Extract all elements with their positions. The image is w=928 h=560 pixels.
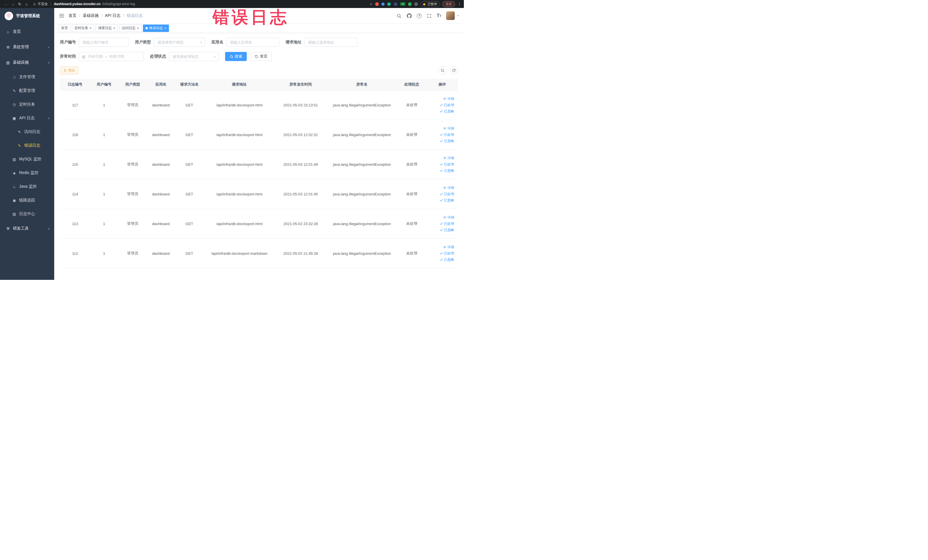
table-row: 112 1 管理员 dashboard GET /api/infra/db-do… [60, 238, 458, 268]
app-name-input[interactable] [226, 38, 279, 47]
paused-badge[interactable]: ☻ 已暂停 [420, 1, 440, 7]
browser-home-icon[interactable]: ⌂ [23, 2, 30, 6]
sidebar-item[interactable]: ✎ 访问日志 [0, 125, 54, 139]
sidebar-item[interactable]: ▣ API 日志 ∧ [0, 111, 54, 125]
bookmark-star-icon[interactable]: ☆ [369, 2, 373, 6]
sidebar-item[interactable]: ⚒ 研发工具 ∨ [0, 221, 54, 236]
extension-icon[interactable] [382, 3, 385, 6]
sidebar-item[interactable]: ✎ 配置管理 [0, 84, 54, 98]
update-button[interactable]: 更新 [443, 1, 455, 7]
mark-processed-link[interactable]: 已处理 [440, 221, 454, 226]
close-icon[interactable]: × [90, 26, 92, 30]
cell-status: 未处理 [397, 209, 426, 238]
sidebar-item[interactable]: □ 文件管理 [0, 70, 54, 84]
cell-log-id: 113 [60, 209, 90, 238]
cell-exception-time: 2021-05-03 12:02:31 [275, 120, 327, 150]
process-status-select[interactable] [169, 52, 219, 61]
question-icon[interactable]: ? [417, 14, 422, 18]
mark-ignored-link[interactable]: 已忽略 [440, 109, 454, 114]
detail-link[interactable]: 详细 [443, 185, 454, 190]
breadcrumb-item[interactable]: 首页 [69, 13, 76, 18]
mark-processed-link[interactable]: 已处理 [440, 251, 454, 256]
mark-ignored-link[interactable]: 已忽略 [440, 139, 454, 143]
mark-processed-link[interactable]: 已处理 [440, 192, 454, 197]
fullscreen-icon[interactable] [426, 13, 432, 18]
detail-link[interactable]: 详细 [443, 96, 454, 101]
font-size-icon[interactable]: TT [437, 13, 441, 18]
detail-link[interactable]: 详细 [443, 245, 454, 250]
url-bar[interactable]: ⚠ 不安全 dashboard.yudao.iocoder.cn/infra/l… [33, 2, 366, 6]
extension-icon[interactable] [414, 2, 418, 6]
mark-ignored-link[interactable]: 已忽略 [440, 257, 454, 262]
extension-icon[interactable]: Y [387, 2, 391, 6]
extension-icon[interactable]: on [400, 2, 405, 6]
caret-down-icon[interactable] [457, 15, 459, 17]
view-tab[interactable]: 首页 [58, 24, 70, 32]
breadcrumb-item[interactable]: 错误日志 [127, 13, 143, 18]
user-type-label: 用户类型 [135, 40, 151, 45]
cell-status: 未处理 [397, 150, 426, 179]
request-url-input[interactable] [304, 38, 357, 47]
sidebar-item[interactable]: ⚙ 系统管理 ∨ [0, 40, 54, 55]
mark-processed-link[interactable]: 已处理 [440, 132, 454, 137]
page-content: 用户编号 用户类型 ∨ 应用名 请求地址 [54, 33, 464, 280]
sidebar-item[interactable]: ▤ 日志中心 [0, 207, 54, 221]
breadcrumb-item[interactable]: API 日志 [105, 13, 121, 18]
reset-button[interactable]: 重置 [250, 52, 272, 61]
view-tab[interactable]: 调度日志 × [96, 24, 118, 32]
search-icon[interactable] [396, 13, 401, 18]
sidebar-toggle-icon[interactable] [59, 13, 64, 18]
search-toggle-button[interactable] [438, 66, 447, 75]
check-icon [440, 133, 443, 136]
github-icon[interactable] [406, 13, 412, 18]
column-header: 日志编号 [60, 79, 90, 90]
user-avatar[interactable] [446, 11, 455, 20]
breadcrumb-item[interactable]: 基础设施 [83, 13, 99, 18]
sidebar-item[interactable]: ⌂ 首页 [0, 24, 54, 40]
forward-icon[interactable]: → [10, 2, 16, 6]
cell-user-id: 1 [90, 90, 118, 120]
browser-menu-icon[interactable]: ⋮ [458, 2, 461, 6]
export-button[interactable]: 导出 [60, 67, 78, 75]
reload-icon[interactable]: ↻ [17, 2, 23, 6]
refresh-button[interactable] [450, 66, 458, 75]
sidebar-item[interactable]: ▥ MySQL 监控 [0, 153, 54, 166]
app-logo[interactable]: 芋道管理系统 [0, 8, 54, 24]
mark-ignored-link[interactable]: 已忽略 [440, 168, 454, 173]
url-path: /infra/log/api-error-log [102, 2, 135, 6]
search-button[interactable]: 搜索 [225, 52, 247, 61]
cell-request-url: /api/infra/db-doc/export-markdown [204, 238, 275, 268]
user-type-select[interactable] [154, 38, 205, 47]
detail-link[interactable]: 详细 [443, 156, 454, 160]
app-title: 芋道管理系统 [16, 14, 40, 18]
sidebar-item[interactable]: ✎ 错误日志 [0, 139, 54, 153]
close-icon[interactable]: × [113, 26, 115, 30]
mark-processed-link[interactable]: 已处理 [440, 162, 454, 167]
sidebar-item[interactable]: ◷ 定时任务 [0, 98, 54, 111]
sidebar-item[interactable]: ▤ 基础设施 ∧ [0, 55, 54, 70]
sidebar-item[interactable]: ◉ 链路追踪 [0, 194, 54, 207]
mark-ignored-link[interactable]: 已忽略 [440, 198, 454, 203]
mark-processed-link[interactable]: 已处理 [440, 103, 454, 108]
detail-link[interactable]: 详细 [443, 215, 454, 220]
user-id-input[interactable] [79, 38, 129, 47]
sidebar-item-label: Java 监控 [19, 184, 37, 189]
view-tab[interactable]: 错误日志 × [143, 24, 169, 32]
sidebar-item[interactable]: ♨ Java 监控 [0, 180, 54, 194]
extension-icon[interactable] [375, 2, 379, 6]
extension-icon[interactable]: ⊞ [394, 2, 398, 6]
edit-icon: ✎ [17, 143, 22, 148]
exception-time-range[interactable]: ▦ 开始日期 - 结束日期 [79, 52, 144, 61]
cell-actions: 详细 已处理 已忽略 [426, 179, 458, 209]
close-icon[interactable]: × [137, 26, 139, 30]
extension-icon[interactable] [408, 2, 412, 6]
close-icon[interactable]: × [164, 26, 166, 30]
sidebar-item-label: 配置管理 [19, 88, 35, 93]
view-tab[interactable]: 定时任务 × [72, 24, 94, 32]
reset-button-label: 重置 [260, 54, 267, 59]
mark-ignored-link[interactable]: 已忽略 [440, 227, 454, 232]
back-icon[interactable]: ← [3, 2, 9, 6]
sidebar-item[interactable]: ◈ Redis 监控 [0, 166, 54, 180]
view-tab[interactable]: 访问日志 × [119, 24, 142, 32]
detail-link[interactable]: 详细 [443, 126, 454, 131]
